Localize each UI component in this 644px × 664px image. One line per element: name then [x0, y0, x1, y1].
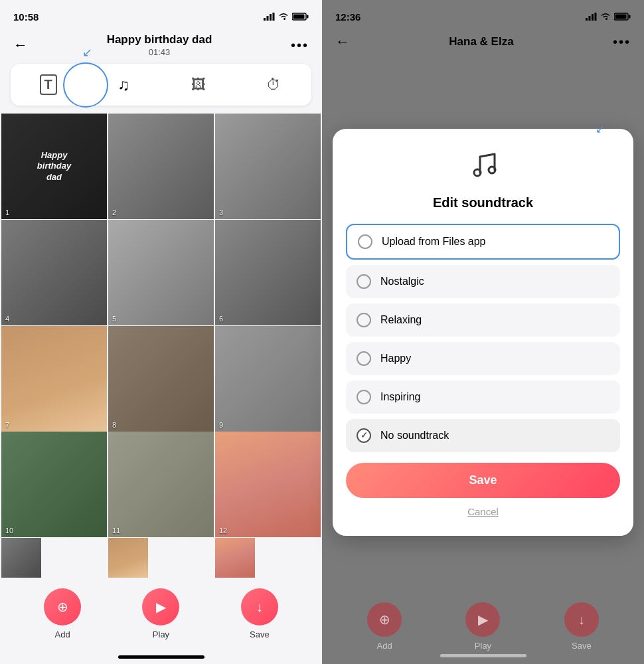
svg-rect-3: [273, 13, 275, 21]
add-icon: ⊕: [57, 599, 68, 615]
signal-icon: [264, 13, 275, 21]
photo-number-12: 12: [219, 527, 227, 535]
battery-icon: [292, 13, 309, 21]
left-status-bar: 10:58: [0, 0, 322, 29]
photo-cell-11[interactable]: 11: [108, 432, 214, 537]
photo-number-10: 10: [5, 527, 13, 535]
photo-number-6: 6: [219, 315, 223, 323]
photo-bg-6: [215, 220, 321, 325]
photo-bg-7: [1, 326, 107, 432]
left-nav-title: Happy birthday dad: [107, 33, 212, 46]
arrow-down-annotation: ↙: [596, 123, 604, 135]
radio-no-soundtrack: [357, 428, 371, 443]
radio-inspiring: [357, 390, 371, 404]
modal-save-button[interactable]: Save: [346, 463, 620, 498]
add-button[interactable]: ⊕: [44, 588, 81, 625]
modal-title: Edit soundtrack: [346, 195, 620, 210]
toolbar-item-text[interactable]: T: [11, 68, 86, 102]
edit-soundtrack-modal: Edit soundtrack Upload from Files app No…: [333, 129, 633, 536]
photo-number-4: 4: [5, 315, 9, 323]
add-label: Add: [55, 629, 70, 639]
left-time: 10:58: [13, 11, 39, 23]
option-nostalgic-label: Nostalgic: [380, 276, 424, 288]
option-relaxing[interactable]: Relaxing: [346, 303, 620, 337]
toolbar-item-image[interactable]: 🖼: [161, 68, 236, 102]
option-happy[interactable]: Happy: [346, 342, 620, 375]
photo-cell-5[interactable]: 5: [108, 220, 214, 325]
option-no-soundtrack[interactable]: No soundtrack: [346, 419, 620, 452]
photo-bg-10: [1, 432, 107, 537]
photo-bg-9: [215, 326, 321, 432]
photo-cell-3[interactable]: 3: [215, 114, 321, 219]
toolbar-item-music[interactable]: ♫: [86, 68, 161, 102]
left-top-nav: ← Happy birthday dad 01:43 •••: [0, 29, 322, 64]
option-upload[interactable]: Upload from Files app: [346, 224, 620, 260]
timer-icon: ⏱: [266, 76, 281, 94]
save-label-left: Save: [250, 629, 270, 639]
photo-cell-10[interactable]: 10: [1, 432, 107, 537]
svg-rect-6: [293, 15, 305, 19]
photo-cell-partial-3[interactable]: [215, 538, 255, 578]
left-nav-subtitle: 01:43: [107, 47, 212, 57]
bottom-action-save[interactable]: ↓ Save: [241, 588, 278, 639]
photo-cell-1[interactable]: Happybirthdaydad 1: [1, 114, 107, 219]
bottom-action-play[interactable]: ▶ Play: [142, 588, 179, 639]
photo-overlay-text: Happybirthdaydad: [37, 149, 71, 183]
left-panel: 10:58 ← Happy birthday dad 01:: [0, 0, 322, 664]
music-icon: ♫: [118, 76, 129, 94]
text-icon: T: [40, 74, 57, 95]
photo-bg-11: [108, 432, 214, 537]
photo-cell-7[interactable]: 7: [1, 326, 107, 432]
save-button-left[interactable]: ↓: [241, 588, 278, 625]
option-inspiring-label: Inspiring: [380, 391, 420, 403]
wifi-icon: [278, 13, 289, 21]
photo-number-8: 8: [112, 421, 116, 429]
radio-upload: [358, 234, 372, 249]
photo-grid: Happybirthdaydad 1 2 3 4 5 6 7 8: [0, 114, 322, 578]
photo-number-1: 1: [5, 208, 9, 216]
left-back-button[interactable]: ←: [13, 37, 28, 54]
bottom-action-add[interactable]: ⊕ Add: [44, 588, 81, 639]
option-upload-label: Upload from Files app: [382, 236, 486, 248]
svg-rect-1: [267, 16, 269, 21]
image-icon: 🖼: [191, 76, 206, 94]
photo-number-9: 9: [219, 421, 223, 429]
option-nostalgic[interactable]: Nostalgic: [346, 265, 620, 298]
photo-cell-9[interactable]: 9: [215, 326, 321, 432]
left-nav-title-block: Happy birthday dad 01:43: [107, 33, 212, 57]
photo-cell-6[interactable]: 6: [215, 220, 321, 325]
photo-number-2: 2: [112, 208, 116, 216]
play-icon: ▶: [156, 599, 166, 615]
play-button[interactable]: ▶: [142, 588, 179, 625]
photo-bg-5: [108, 220, 214, 325]
photo-cell-4[interactable]: 4: [1, 220, 107, 325]
left-more-button[interactable]: •••: [291, 38, 309, 53]
photo-number-7: 7: [5, 421, 9, 429]
svg-rect-2: [270, 14, 272, 21]
photo-number-5: 5: [112, 315, 116, 323]
photo-cell-12[interactable]: 12: [215, 432, 321, 537]
photo-bg-12: [215, 432, 321, 537]
home-indicator-left: [118, 655, 204, 659]
left-bottom-bar: ⊕ Add ▶ Play ↓ Save: [0, 578, 322, 653]
left-toolbar: T ♫ 🖼 ⏱ ↙: [11, 64, 311, 106]
photo-bg-2: [108, 114, 214, 219]
option-no-soundtrack-label: No soundtrack: [380, 430, 449, 442]
svg-point-14: [474, 169, 481, 176]
option-happy-label: Happy: [380, 353, 411, 365]
photo-cell-8[interactable]: 8: [108, 326, 214, 432]
play-label: Play: [153, 629, 169, 639]
arrow-annotation: ↙: [82, 45, 92, 60]
photo-cell-partial-2[interactable]: [108, 538, 148, 578]
modal-cancel-button[interactable]: Cancel: [346, 506, 620, 520]
modal-music-icon: [346, 147, 620, 187]
toolbar-item-timer[interactable]: ⏱: [236, 68, 311, 102]
right-panel: 12:36 ← Hana & Elza ••• ↙: [322, 0, 644, 664]
photo-number-11: 11: [112, 527, 120, 535]
photo-cell-2[interactable]: 2: [108, 114, 214, 219]
option-inspiring[interactable]: Inspiring: [346, 380, 620, 414]
svg-rect-5: [307, 15, 309, 19]
photo-cell-partial-1[interactable]: [1, 538, 41, 578]
photo-number-3: 3: [219, 208, 223, 216]
svg-rect-0: [264, 18, 266, 21]
